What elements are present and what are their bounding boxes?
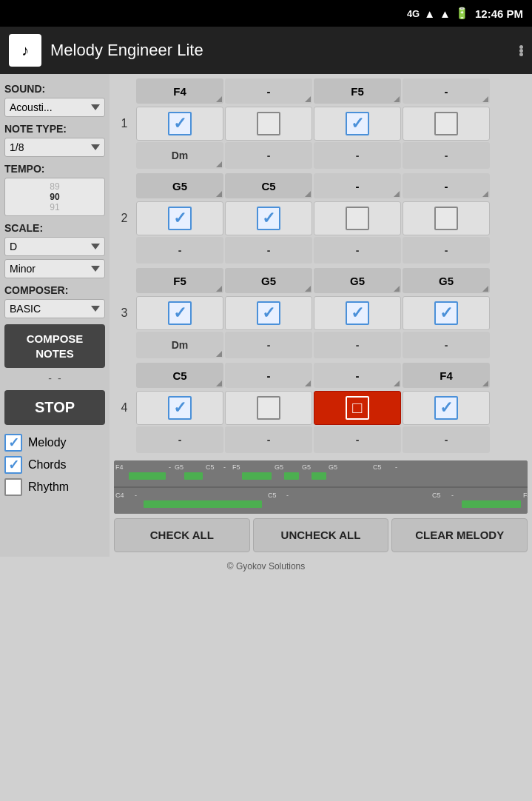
note-f5-2: F5 [136,268,223,293]
chord-3-1[interactable]: Dm [136,332,223,358]
sound-arrow [91,104,100,110]
right-panel: F4 - F5 - 1 ✓ [110,74,532,557]
melody-checkbox[interactable]: ✓ [4,434,22,452]
check-inner-2-4 [434,207,458,230]
chords-checkbox[interactable]: ✓ [4,456,22,474]
composer-value: BASIC [10,303,41,315]
beat-4-cell-2[interactable] [225,391,312,425]
composer-dropdown[interactable]: BASIC [4,299,105,318]
beat-4-cell-3[interactable]: □ [314,391,401,425]
beat-2-check-row: 2 ✓ ✓ [114,201,528,235]
scale-value: D [10,241,17,252]
tempo-picker[interactable]: 89 90 91 [4,178,105,216]
check-inner-1-2 [257,112,280,135]
beat-1-cell-1[interactable]: ✓ [136,107,223,141]
pr-label-f5-1: F5 [232,463,240,471]
c5-2-arrow [216,381,222,386]
main-content: SOUND: Acousti... NOTE TYPE: 1/8 TEMPO: … [0,74,532,557]
note-header-dash1: - [225,78,312,104]
chord-3-3: - [314,332,401,358]
beat-2-chord-row: - - - - [114,237,528,264]
check-inner-3-4: ✓ [434,301,458,325]
note-dash3: - [314,173,401,198]
tempo-val-89: 89 [50,181,59,192]
pr-bar-chords-1 [144,500,262,508]
check-inner-4-4: ✓ [434,396,458,420]
minor-dropdown[interactable]: Minor [4,259,105,278]
scale-dropdown[interactable]: D [4,237,105,256]
minor-value: Minor [10,263,36,275]
pr-label-c4: C4 [115,492,124,499]
dash-row: - - [4,372,105,384]
scale-label: SCALE: [4,222,105,234]
beat-1-cell-4[interactable] [403,107,490,141]
scale-arrow [91,244,100,249]
app-bar: ♪ Melody Engineer Lite [0,27,532,74]
tempo-val-90: 90 [50,192,59,202]
beat-4-num: 4 [114,401,135,415]
check-panel: ✓ Melody ✓ Chords Rhythm [4,434,105,496]
beat-2-cell-4[interactable] [403,201,490,235]
note-header-f5: F5 [314,78,401,104]
pr-label-g5-2: G5 [275,463,283,471]
beat-3-note-row: F5 G5 G5 G5 [136,268,528,293]
g5-2-arrow [305,286,311,292]
note-type-dropdown[interactable]: 1/8 [4,138,105,157]
chords-check-item[interactable]: ✓ Chords [4,456,105,474]
check-inner-3-1: ✓ [168,301,192,325]
pr-label-c5-3: C5 [268,492,277,499]
sound-label: SOUND: [4,83,105,95]
beat-2-cell-1[interactable]: ✓ [136,201,223,235]
uncheck-all-button[interactable]: UNCHECK ALL [253,518,389,552]
check-inner-4-3: □ [346,396,369,420]
beat-4-section: 4 ✓ □ ✓ [114,391,528,453]
chord-4-1: - [136,426,223,453]
clear-melody-button[interactable]: CLEAR MELODY [391,518,528,552]
footer-text: © Gyokov Solutions [227,561,306,572]
chord-1-1[interactable]: Dm [136,142,223,169]
stop-button[interactable]: STOP [4,390,105,425]
beat-4-cell-1[interactable]: ✓ [136,391,223,425]
f4-arrow [216,96,222,102]
pr-label-c5-2: C5 [373,463,382,471]
dash3-arrow [394,191,400,197]
signal2-icon: ▲ [440,7,451,20]
battery-icon: 🔋 [455,7,469,20]
chord3-arrow [216,351,222,357]
check-all-button[interactable]: CHECK ALL [114,518,250,552]
compose-notes-button[interactable]: COMPOSE NOTES [4,324,105,368]
melody-check-item[interactable]: ✓ Melody [4,434,105,452]
menu-button[interactable] [519,45,523,56]
pr-label-c5-v: C5 [206,463,215,471]
pr-label-dash1: - [169,463,171,471]
chord-2-1: - [136,237,223,264]
check-inner-1-1: ✓ [168,112,192,135]
pr-bar-g5-1 [184,472,203,480]
beat-1-cell-2[interactable] [225,107,312,141]
rhythm-check-item[interactable]: Rhythm [4,478,105,496]
c5-1-arrow [305,191,311,197]
sound-dropdown[interactable]: Acousti... [4,98,105,117]
beat-3-cell-1[interactable]: ✓ [136,296,223,330]
beat-3-cell-2[interactable]: ✓ [225,296,312,330]
left-panel: SOUND: Acousti... NOTE TYPE: 1/8 TEMPO: … [0,74,110,557]
beat-4-cell-4[interactable]: ✓ [403,391,490,425]
beat-2-cell-3[interactable] [314,201,401,235]
piano-roll-svg: F4 - G5 C5 - F5 G5 G5 G5 C5 - C4 [114,460,528,514]
beat-2-num: 2 [114,212,135,225]
tempo-label: TEMPO: [4,163,105,175]
status-bar: 4G ▲ ▲ 🔋 12:46 PM [0,0,532,27]
signal-icon: ▲ [424,7,435,20]
beat-3-cell-3[interactable]: ✓ [314,296,401,330]
note-g5-1: G5 [136,173,223,198]
beat-2-cell-2[interactable]: ✓ [225,201,312,235]
check-inner-2-3 [346,207,369,230]
beat-1-cell-3[interactable]: ✓ [314,107,401,141]
dash-1: - [48,372,52,384]
rhythm-checkbox[interactable] [4,478,22,496]
piano-roll: F4 - G5 C5 - F5 G5 G5 G5 C5 - C4 [114,460,528,514]
check-inner-4-1: ✓ [168,396,192,420]
beat-3-cell-4[interactable]: ✓ [403,296,490,330]
pr-bar-f4 [129,472,166,480]
check-inner-3-2: ✓ [257,301,280,325]
